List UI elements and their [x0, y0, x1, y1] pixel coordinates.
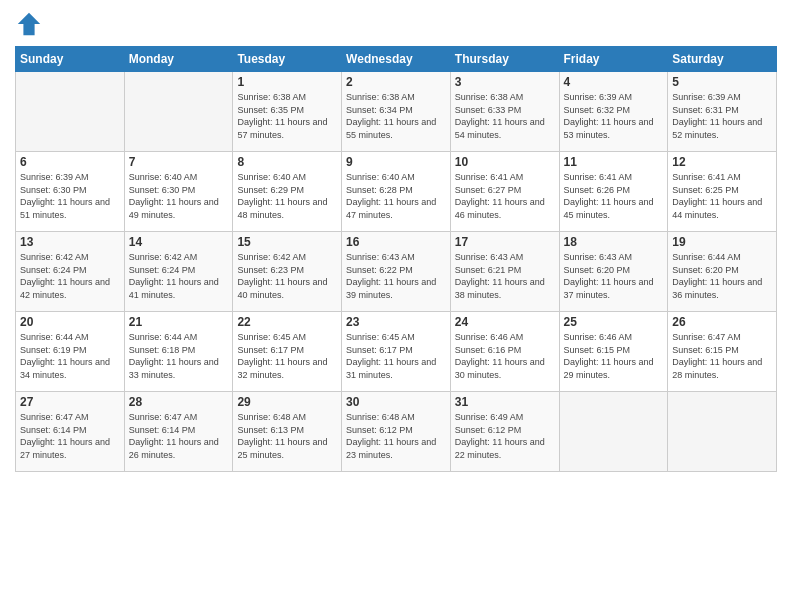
weekday-header-row: SundayMondayTuesdayWednesdayThursdayFrid… [16, 47, 777, 72]
day-number: 18 [564, 235, 664, 249]
day-info: Sunrise: 6:47 AM Sunset: 6:14 PM Dayligh… [129, 411, 229, 461]
calendar-cell: 14Sunrise: 6:42 AM Sunset: 6:24 PM Dayli… [124, 232, 233, 312]
day-info: Sunrise: 6:38 AM Sunset: 6:33 PM Dayligh… [455, 91, 555, 141]
calendar-cell: 15Sunrise: 6:42 AM Sunset: 6:23 PM Dayli… [233, 232, 342, 312]
day-number: 26 [672, 315, 772, 329]
day-number: 28 [129, 395, 229, 409]
day-number: 22 [237, 315, 337, 329]
day-number: 25 [564, 315, 664, 329]
day-number: 20 [20, 315, 120, 329]
calendar-cell: 8Sunrise: 6:40 AM Sunset: 6:29 PM Daylig… [233, 152, 342, 232]
day-info: Sunrise: 6:44 AM Sunset: 6:18 PM Dayligh… [129, 331, 229, 381]
calendar-cell: 29Sunrise: 6:48 AM Sunset: 6:13 PM Dayli… [233, 392, 342, 472]
logo-icon [15, 10, 43, 38]
day-info: Sunrise: 6:40 AM Sunset: 6:28 PM Dayligh… [346, 171, 446, 221]
day-number: 15 [237, 235, 337, 249]
calendar-cell: 21Sunrise: 6:44 AM Sunset: 6:18 PM Dayli… [124, 312, 233, 392]
day-number: 4 [564, 75, 664, 89]
calendar-cell: 12Sunrise: 6:41 AM Sunset: 6:25 PM Dayli… [668, 152, 777, 232]
weekday-header-monday: Monday [124, 47, 233, 72]
calendar-cell: 31Sunrise: 6:49 AM Sunset: 6:12 PM Dayli… [450, 392, 559, 472]
day-number: 7 [129, 155, 229, 169]
day-info: Sunrise: 6:42 AM Sunset: 6:24 PM Dayligh… [129, 251, 229, 301]
page: SundayMondayTuesdayWednesdayThursdayFrid… [0, 0, 792, 612]
day-info: Sunrise: 6:39 AM Sunset: 6:30 PM Dayligh… [20, 171, 120, 221]
day-number: 19 [672, 235, 772, 249]
day-info: Sunrise: 6:43 AM Sunset: 6:20 PM Dayligh… [564, 251, 664, 301]
day-number: 1 [237, 75, 337, 89]
day-number: 13 [20, 235, 120, 249]
calendar-cell: 30Sunrise: 6:48 AM Sunset: 6:12 PM Dayli… [342, 392, 451, 472]
day-number: 30 [346, 395, 446, 409]
day-info: Sunrise: 6:45 AM Sunset: 6:17 PM Dayligh… [237, 331, 337, 381]
day-info: Sunrise: 6:47 AM Sunset: 6:14 PM Dayligh… [20, 411, 120, 461]
calendar: SundayMondayTuesdayWednesdayThursdayFrid… [15, 46, 777, 472]
calendar-cell: 26Sunrise: 6:47 AM Sunset: 6:15 PM Dayli… [668, 312, 777, 392]
calendar-cell: 2Sunrise: 6:38 AM Sunset: 6:34 PM Daylig… [342, 72, 451, 152]
day-info: Sunrise: 6:41 AM Sunset: 6:27 PM Dayligh… [455, 171, 555, 221]
day-number: 6 [20, 155, 120, 169]
calendar-cell: 22Sunrise: 6:45 AM Sunset: 6:17 PM Dayli… [233, 312, 342, 392]
calendar-week-row: 20Sunrise: 6:44 AM Sunset: 6:19 PM Dayli… [16, 312, 777, 392]
day-number: 12 [672, 155, 772, 169]
day-info: Sunrise: 6:41 AM Sunset: 6:26 PM Dayligh… [564, 171, 664, 221]
calendar-cell: 18Sunrise: 6:43 AM Sunset: 6:20 PM Dayli… [559, 232, 668, 312]
calendar-cell: 5Sunrise: 6:39 AM Sunset: 6:31 PM Daylig… [668, 72, 777, 152]
weekday-header-saturday: Saturday [668, 47, 777, 72]
day-number: 16 [346, 235, 446, 249]
day-info: Sunrise: 6:41 AM Sunset: 6:25 PM Dayligh… [672, 171, 772, 221]
day-info: Sunrise: 6:43 AM Sunset: 6:21 PM Dayligh… [455, 251, 555, 301]
day-number: 31 [455, 395, 555, 409]
day-info: Sunrise: 6:40 AM Sunset: 6:29 PM Dayligh… [237, 171, 337, 221]
day-info: Sunrise: 6:46 AM Sunset: 6:15 PM Dayligh… [564, 331, 664, 381]
day-info: Sunrise: 6:49 AM Sunset: 6:12 PM Dayligh… [455, 411, 555, 461]
day-number: 24 [455, 315, 555, 329]
day-number: 17 [455, 235, 555, 249]
day-info: Sunrise: 6:39 AM Sunset: 6:31 PM Dayligh… [672, 91, 772, 141]
day-info: Sunrise: 6:44 AM Sunset: 6:20 PM Dayligh… [672, 251, 772, 301]
day-number: 8 [237, 155, 337, 169]
calendar-cell: 13Sunrise: 6:42 AM Sunset: 6:24 PM Dayli… [16, 232, 125, 312]
day-info: Sunrise: 6:48 AM Sunset: 6:13 PM Dayligh… [237, 411, 337, 461]
day-info: Sunrise: 6:42 AM Sunset: 6:23 PM Dayligh… [237, 251, 337, 301]
calendar-cell: 27Sunrise: 6:47 AM Sunset: 6:14 PM Dayli… [16, 392, 125, 472]
weekday-header-tuesday: Tuesday [233, 47, 342, 72]
day-info: Sunrise: 6:42 AM Sunset: 6:24 PM Dayligh… [20, 251, 120, 301]
day-info: Sunrise: 6:46 AM Sunset: 6:16 PM Dayligh… [455, 331, 555, 381]
day-number: 2 [346, 75, 446, 89]
calendar-cell [559, 392, 668, 472]
weekday-header-friday: Friday [559, 47, 668, 72]
calendar-cell: 7Sunrise: 6:40 AM Sunset: 6:30 PM Daylig… [124, 152, 233, 232]
logo-area [15, 10, 45, 38]
day-number: 3 [455, 75, 555, 89]
calendar-cell: 3Sunrise: 6:38 AM Sunset: 6:33 PM Daylig… [450, 72, 559, 152]
day-number: 5 [672, 75, 772, 89]
day-info: Sunrise: 6:45 AM Sunset: 6:17 PM Dayligh… [346, 331, 446, 381]
calendar-cell: 25Sunrise: 6:46 AM Sunset: 6:15 PM Dayli… [559, 312, 668, 392]
weekday-header-sunday: Sunday [16, 47, 125, 72]
day-info: Sunrise: 6:44 AM Sunset: 6:19 PM Dayligh… [20, 331, 120, 381]
day-number: 29 [237, 395, 337, 409]
day-info: Sunrise: 6:40 AM Sunset: 6:30 PM Dayligh… [129, 171, 229, 221]
calendar-week-row: 13Sunrise: 6:42 AM Sunset: 6:24 PM Dayli… [16, 232, 777, 312]
calendar-cell [124, 72, 233, 152]
calendar-cell: 19Sunrise: 6:44 AM Sunset: 6:20 PM Dayli… [668, 232, 777, 312]
calendar-cell: 28Sunrise: 6:47 AM Sunset: 6:14 PM Dayli… [124, 392, 233, 472]
day-number: 23 [346, 315, 446, 329]
calendar-cell: 20Sunrise: 6:44 AM Sunset: 6:19 PM Dayli… [16, 312, 125, 392]
calendar-cell [16, 72, 125, 152]
day-info: Sunrise: 6:38 AM Sunset: 6:35 PM Dayligh… [237, 91, 337, 141]
header [15, 10, 777, 38]
day-number: 9 [346, 155, 446, 169]
calendar-cell: 11Sunrise: 6:41 AM Sunset: 6:26 PM Dayli… [559, 152, 668, 232]
day-info: Sunrise: 6:48 AM Sunset: 6:12 PM Dayligh… [346, 411, 446, 461]
weekday-header-thursday: Thursday [450, 47, 559, 72]
day-info: Sunrise: 6:43 AM Sunset: 6:22 PM Dayligh… [346, 251, 446, 301]
day-info: Sunrise: 6:39 AM Sunset: 6:32 PM Dayligh… [564, 91, 664, 141]
day-number: 10 [455, 155, 555, 169]
day-number: 27 [20, 395, 120, 409]
day-info: Sunrise: 6:38 AM Sunset: 6:34 PM Dayligh… [346, 91, 446, 141]
calendar-cell: 17Sunrise: 6:43 AM Sunset: 6:21 PM Dayli… [450, 232, 559, 312]
calendar-week-row: 27Sunrise: 6:47 AM Sunset: 6:14 PM Dayli… [16, 392, 777, 472]
weekday-header-wednesday: Wednesday [342, 47, 451, 72]
